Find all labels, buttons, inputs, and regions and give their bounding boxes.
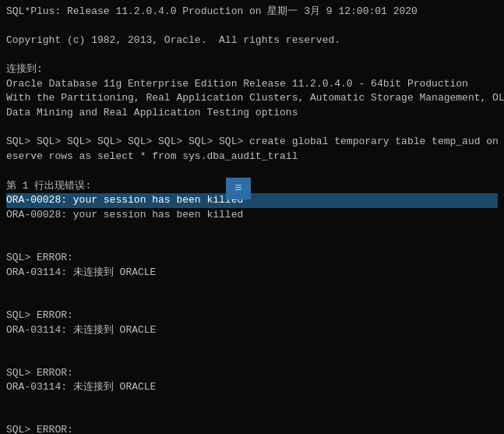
line-29: [6, 395, 498, 409]
line-22: [6, 295, 498, 309]
line-16-ora-error: ORA-00028: your session has been killed: [6, 208, 498, 223]
line-11: SQL> SQL> SQL> SQL> SQL> SQL> SQL> SQL> …: [6, 135, 498, 150]
line-14-error-header: 第 1 行出现错误:: [6, 179, 498, 194]
menu-lines-icon: ≡: [234, 182, 242, 195]
line-30: [6, 409, 498, 423]
line-25: [6, 338, 498, 352]
line-31-sql-error-4: SQL> ERROR:: [6, 423, 498, 434]
line-9: Data Mining and Real Application Testing…: [6, 106, 498, 121]
line-10: [6, 121, 498, 135]
line-20-ora-error-1: ORA-03114: 未连接到 ORACLE: [6, 266, 498, 281]
line-17: [6, 223, 498, 237]
line-21: [6, 281, 498, 295]
cursor-menu-icon[interactable]: ≡: [226, 178, 251, 199]
line-2: [6, 19, 498, 34]
line-19-sql-error-1: SQL> ERROR:: [6, 251, 498, 266]
line-18: [6, 237, 498, 251]
line-8: With the Partitioning, Real Application …: [6, 91, 498, 106]
line-28-ora-error-3: ORA-03114: 未连接到 ORACLE: [6, 380, 498, 395]
line-3: Copyright (c) 1982, 2013, Oracle. All ri…: [6, 34, 498, 48]
line-7: Oracle Database 11g Enterprise Edition R…: [6, 77, 498, 92]
line-6: 连接到:: [6, 62, 498, 77]
line-27-sql-error-3: SQL> ERROR:: [6, 366, 498, 381]
line-12: eserve rows as select * from sys.dba_aud…: [6, 150, 498, 164]
line-4: [6, 48, 498, 62]
line-13: *: [6, 164, 498, 179]
line-23-sql-error-2: SQL> ERROR:: [6, 309, 498, 323]
line-1: SQL*Plus: Release 11.2.0.4.0 Production …: [6, 5, 498, 19]
line-24-ora-error-2: ORA-03114: 未连接到 ORACLE: [6, 323, 498, 338]
line-15-ora-error-highlighted: ORA-00028: your session has been killed: [6, 193, 498, 208]
terminal-window[interactable]: SQL*Plus: Release 11.2.0.4.0 Production …: [0, 0, 504, 434]
line-26: [6, 352, 498, 366]
